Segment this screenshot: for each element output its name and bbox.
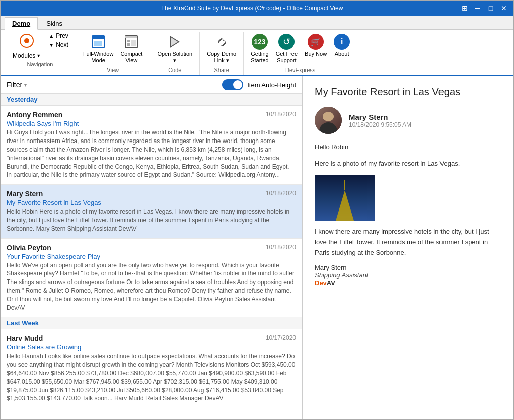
about-label: About — [335, 51, 349, 57]
mail-subject: My Favorite Resort in Las Vegas — [7, 199, 296, 206]
modules-chevron: ▼ — [36, 53, 41, 58]
title-bar-title: The XtraGrid Suite by DevExpress (C# cod… — [45, 5, 459, 12]
mail-preview: Hello Robin Here is a photo of my favori… — [7, 207, 296, 233]
ribbon-nav-content: Modules ▼ ▲ Prev ▼ Next — [9, 32, 71, 60]
mail-date: 10/18/2020 — [266, 190, 296, 197]
nav-group: ▲ Prev ▼ Next — [46, 32, 71, 49]
svg-point-1 — [24, 38, 29, 43]
sender-info: Mary Stern 10/18/2020 9:55:05 AM — [349, 113, 411, 128]
email-detail-title: My Favorite Resort in Las Vegas — [315, 86, 501, 98]
avatar-head — [323, 112, 334, 121]
email-sender-row: Mary Stern 10/18/2020 9:55:05 AM — [315, 107, 501, 134]
mail-subject: Wikipedia Says I'm Right — [7, 120, 296, 127]
svg-rect-4 — [94, 41, 102, 46]
title-bar-controls: ⊞ ─ □ ✕ — [459, 3, 509, 14]
open-solution-label: Open Solution▾ — [157, 51, 192, 64]
ribbon-group-share: Copy DemoLink ▾ Share — [200, 32, 244, 75]
avatar-silhouette — [318, 109, 338, 134]
ribbon-view-label: View — [107, 66, 119, 75]
compact-view-icon — [123, 34, 139, 50]
modules-button[interactable]: Modules ▼ — [9, 32, 45, 60]
email-line-1: Here is a photo of my favorite resort in… — [315, 159, 501, 169]
next-button[interactable]: ▼ Next — [46, 41, 71, 49]
mail-sender: Mary Stern — [7, 190, 296, 198]
filter-label[interactable]: Filter ▾ — [7, 81, 27, 89]
filter-bar: Filter ▾ Item Auto-Height — [1, 76, 302, 94]
ribbon: Modules ▼ ▲ Prev ▼ Next Navigation — [1, 30, 513, 76]
svg-rect-3 — [92, 36, 104, 39]
ribbon-navigation-label: Navigation — [27, 60, 53, 69]
mail-date: 10/18/2020 — [266, 111, 296, 118]
modules-icon — [19, 33, 35, 52]
right-pane: My Favorite Resort in Las Vegas Mary Ste… — [303, 76, 513, 420]
section-yesterday: Yesterday — [1, 94, 302, 106]
full-window-mode-icon — [90, 34, 106, 50]
devexpress-buttons: 123 GettingStarted ↺ Get FreeSupport 🛒 B… — [248, 32, 353, 66]
get-free-support-icon: ↺ — [278, 34, 295, 50]
getting-started-icon: 123 — [252, 34, 268, 50]
mail-item[interactable]: 10/17/2020 Harv Mudd Online Sales are Gr… — [1, 329, 302, 408]
buy-now-button[interactable]: 🛒 Buy Now — [302, 32, 330, 59]
mail-item[interactable]: 10/18/2020 Olivia Peyton Your Favorite S… — [1, 239, 302, 318]
ribbon-code-label: Code — [168, 66, 181, 75]
eiffel-tower-image — [315, 175, 375, 221]
email-signature: Mary Stern Shipping Assistant DevAV — [315, 264, 501, 287]
mail-date: 10/18/2020 — [266, 244, 296, 251]
open-solution-button[interactable]: Open Solution▾ — [154, 32, 195, 66]
mail-sender: Harv Mudd — [7, 334, 296, 342]
email-body: Hello Robin Here is a photo of my favori… — [315, 142, 501, 258]
sender-datetime: 10/18/2020 9:55:05 AM — [349, 121, 411, 128]
about-button[interactable]: i About — [331, 32, 353, 59]
full-window-mode-button[interactable]: Full-WindowMode — [80, 32, 117, 66]
next-label: Next — [56, 41, 68, 48]
get-free-support-button[interactable]: ↺ Get FreeSupport — [273, 32, 301, 66]
minimize-button[interactable]: ─ — [472, 3, 483, 14]
mail-item[interactable]: 10/18/2020 Antony Remmen Wikipedia Says … — [1, 106, 302, 185]
section-last-week: Last Week — [1, 317, 302, 329]
tab-bar: Demo Skins — [1, 16, 513, 30]
compact-view-button[interactable]: CompactView — [117, 32, 145, 66]
mail-subject: Your Favorite Shakespeare Play — [7, 253, 296, 260]
email-line-2: I know there are many impressive hotels … — [315, 227, 501, 258]
svg-marker-11 — [171, 37, 179, 47]
main-area: Filter ▾ Item Auto-Height Yesterday 10/1… — [1, 76, 513, 420]
toggle-label: Item Auto-Height — [247, 81, 296, 89]
avatar-image — [315, 107, 342, 134]
filter-text: Filter — [7, 81, 22, 89]
brand-dev: Dev — [315, 279, 327, 287]
code-buttons: Open Solution▾ — [154, 32, 195, 66]
sender-name: Mary Stern — [349, 113, 411, 121]
left-pane: Filter ▾ Item Auto-Height Yesterday 10/1… — [1, 76, 303, 420]
tab-skins[interactable]: Skins — [39, 17, 70, 29]
prev-arrow-icon: ▲ — [49, 33, 54, 39]
item-auto-height-toggle[interactable] — [222, 79, 243, 90]
menu-button[interactable]: ⊞ — [459, 3, 470, 14]
mail-preview: Hello Hannah Looks like online sales con… — [7, 352, 296, 403]
buy-now-label: Buy Now — [305, 51, 327, 57]
ribbon-group-code: Open Solution▾ Code — [150, 32, 200, 75]
email-greeting: Hello Robin — [315, 142, 501, 153]
mail-preview: Hello We've got an open poll and you are… — [7, 261, 296, 312]
ribbon-devexpress-label: DevExpress — [285, 66, 315, 75]
maximize-button[interactable]: □ — [485, 3, 496, 14]
ribbon-group-devexpress: 123 GettingStarted ↺ Get FreeSupport 🛒 B… — [244, 32, 357, 75]
prev-button[interactable]: ▲ Prev — [46, 32, 71, 40]
open-solution-icon — [167, 34, 183, 50]
close-button[interactable]: ✕ — [498, 3, 509, 14]
getting-started-button[interactable]: 123 GettingStarted — [248, 32, 271, 66]
mail-preview: Hi Guys I told you I was right...The lon… — [7, 128, 296, 179]
mail-subject: Online Sales are Growing — [7, 343, 296, 351]
signature-role: Shipping Assistant — [315, 271, 501, 279]
mail-sender: Antony Remmen — [7, 111, 296, 119]
copy-demo-link-button[interactable]: Copy DemoLink ▾ — [204, 32, 239, 66]
getting-started-label: GettingStarted — [251, 51, 268, 64]
svg-rect-7 — [127, 40, 130, 42]
signature-name: Mary Stern — [315, 264, 501, 271]
mail-sender: Olivia Peyton — [7, 244, 296, 252]
avatar — [315, 107, 342, 134]
copy-demo-link-icon — [213, 34, 230, 50]
svg-rect-6 — [125, 36, 137, 38]
tab-demo[interactable]: Demo — [5, 17, 38, 30]
buy-now-icon: 🛒 — [308, 34, 324, 50]
mail-item[interactable]: 10/18/2020 Mary Stern My Favorite Resort… — [1, 185, 302, 238]
